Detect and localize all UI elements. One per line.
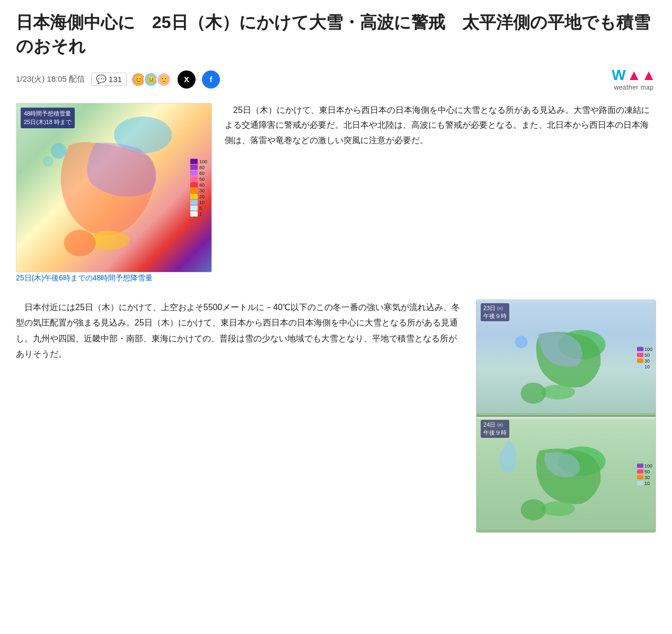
map-legend: 100 80 60 50 40 30 20 10 5 1	[190, 158, 207, 216]
publish-date: 1/23(火) 18:05 配信	[16, 74, 85, 84]
panel-1-label: 23日 ㈫ 午後９時	[481, 303, 509, 322]
comment-count-button[interactable]: 💬 131	[91, 73, 127, 86]
panel-2-label: 24日 ㈬ 午後９時	[481, 420, 509, 438]
svg-point-4	[51, 143, 67, 158]
comment-icon: 💬	[96, 74, 107, 84]
svg-point-5	[43, 156, 54, 166]
svg-point-3	[64, 230, 96, 256]
first-content-section: 48時間予想積雪量 25日(木)18 時まで	[16, 103, 656, 284]
map-panel-1: 23日 ㈫ 午後９時 100 50 30	[476, 300, 656, 417]
panel-2-legend: 100 50 30 10	[637, 463, 652, 486]
meta-bar: 1/23(火) 18:05 配信 💬 131 😊 😐 🙂 X f W ▲▲ we…	[16, 68, 656, 91]
wm-logo-graphic: W ▲▲	[612, 68, 656, 83]
wm-w-letter: W	[612, 68, 625, 83]
svg-point-8	[541, 384, 575, 399]
weather-map-logo: W ▲▲ weather map	[612, 68, 656, 91]
japan-map-svg	[16, 103, 211, 272]
second-image-block: 23日 ㈫ 午後９時 100 50 30	[476, 300, 656, 533]
wm-aa-letters: ▲▲	[627, 68, 656, 83]
second-paragraph: 日本付近には25日（木）にかけて、上空およそ5500メートルに－40℃以下のこの…	[16, 300, 463, 362]
comment-number: 131	[109, 75, 122, 84]
twitter-icon: X	[184, 75, 189, 84]
article-title: 日本海側中心に 25日（木）にかけて大雪・高波に警戒 太平洋側の平地でも積雪のお…	[16, 11, 656, 58]
snow-map-image[interactable]: 48時間予想積雪量 25日(木)18 時まで	[16, 103, 212, 272]
panel-1-legend: 100 50 30 10	[637, 346, 652, 369]
image-caption-link[interactable]: 25日(木)午後6時までの48時間予想降雪量	[16, 274, 153, 282]
weather-map-text: weather map	[614, 84, 654, 91]
svg-point-9	[521, 382, 546, 403]
second-content-section: 日本付近には25日（木）にかけて、上空およそ5500メートルに－40℃以下のこの…	[16, 300, 656, 533]
facebook-icon: f	[210, 75, 213, 84]
forecast-map-image[interactable]: 23日 ㈫ 午後９時 100 50 30	[476, 300, 656, 533]
avatar-group: 😊 😐 🙂	[133, 72, 171, 87]
facebook-share-button[interactable]: f	[202, 71, 220, 89]
svg-point-10	[515, 336, 528, 348]
svg-point-14	[521, 499, 546, 520]
first-paragraph: 25日（木）にかけて、東日本から西日本の日本海側を中心に大雪となる所がある見込み…	[225, 103, 656, 148]
first-image-block: 48時間予想積雪量 25日(木)18 時まで	[16, 103, 212, 284]
avatar-3: 🙂	[156, 72, 171, 87]
map-panel-2: 24日 ㈬ 午後９時 100 50 30	[476, 417, 656, 532]
twitter-share-button[interactable]: X	[178, 71, 196, 89]
svg-point-13	[541, 501, 575, 516]
